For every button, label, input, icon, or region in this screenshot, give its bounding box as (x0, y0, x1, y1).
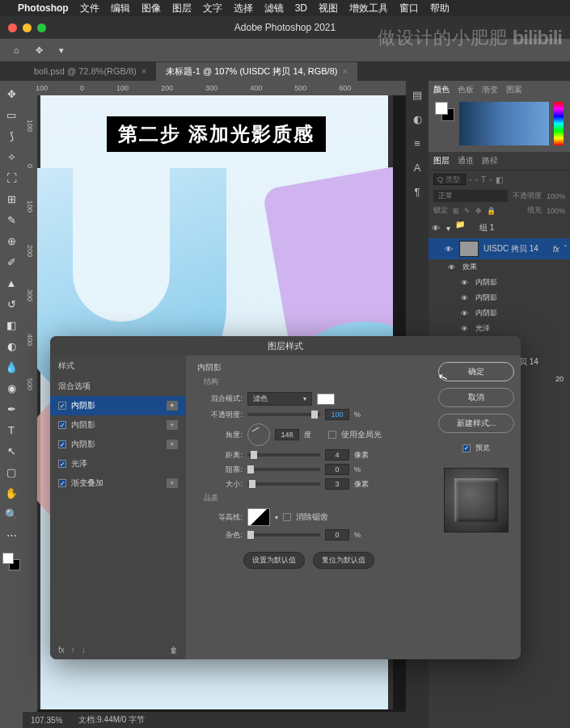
opacity-input[interactable]: 100 (325, 409, 349, 420)
tab-color[interactable]: 颜色 (433, 84, 450, 95)
visibility-icon[interactable]: 👁 (448, 263, 458, 271)
trash-icon[interactable]: 🗑 (170, 646, 178, 654)
pen-tool[interactable]: ✒ (2, 399, 21, 419)
maximize-window-icon[interactable] (37, 23, 46, 32)
hand-tool[interactable]: ✋ (2, 483, 21, 503)
marquee-tool[interactable]: ▭ (2, 105, 21, 124)
up-arrow-icon[interactable]: ↑ (71, 646, 75, 654)
new-style-button[interactable]: 新建样式... (438, 414, 514, 433)
stamp-tool[interactable]: ▲ (2, 273, 21, 292)
size-input[interactable]: 3 (325, 478, 349, 490)
lock-icon[interactable]: ✎ (464, 207, 471, 215)
move-tool-icon[interactable]: ✥ (31, 42, 47, 58)
style-inner-shadow-1[interactable]: ✓内阴影+ (50, 396, 186, 415)
tab-paths[interactable]: 路径 (482, 155, 498, 166)
fx-badge[interactable]: fx (553, 245, 559, 254)
properties-icon[interactable]: ▤ (408, 86, 426, 103)
wand-tool[interactable]: ✧ (2, 147, 21, 166)
fx-menu-icon[interactable]: fx (58, 646, 65, 654)
add-effect-icon[interactable]: + (167, 478, 178, 488)
menu-view[interactable]: 视图 (319, 2, 338, 15)
menu-edit[interactable]: 编辑 (111, 2, 130, 15)
menu-filter[interactable]: 滤镜 (264, 2, 284, 15)
brush-tool[interactable]: ✐ (2, 252, 21, 271)
lasso-tool[interactable]: ⟆ (2, 126, 21, 145)
style-inner-shadow-2[interactable]: ✓内阴影+ (50, 415, 186, 435)
tab-untitled[interactable]: 未标题-1 @ 107% (UISDC 拷贝 14, RGB/8)× (156, 62, 357, 81)
tab-layers[interactable]: 图层 (433, 155, 450, 166)
opacity-value[interactable]: 100% (547, 192, 565, 200)
filter-toggle-icon[interactable]: ◧ (496, 175, 503, 184)
minimize-window-icon[interactable] (23, 23, 32, 32)
fx-item[interactable]: 👁内阴影 (429, 290, 570, 305)
effects-header[interactable]: 👁 效果 (429, 259, 570, 275)
layer-group[interactable]: 👁 ▾ 📁 组 1 (429, 217, 570, 238)
angle-input[interactable]: 148 (275, 429, 299, 440)
doc-info[interactable]: 文档:9.44M/0 字节 (78, 714, 145, 726)
paragraph-icon[interactable]: ¶ (408, 183, 426, 200)
color-swatches[interactable] (2, 553, 20, 570)
noise-slider[interactable] (247, 533, 320, 537)
visibility-icon[interactable]: 👁 (445, 245, 454, 254)
close-tab-icon[interactable]: × (141, 66, 146, 76)
size-slider[interactable] (247, 482, 320, 486)
heal-tool[interactable]: ⊕ (2, 231, 21, 250)
shape-tool[interactable]: ▢ (2, 462, 21, 482)
fill-value[interactable]: 100% (547, 207, 565, 215)
opacity-slider[interactable] (247, 413, 320, 416)
blend-mode-select[interactable]: 滤色 (247, 392, 312, 406)
add-effect-icon[interactable]: + (167, 401, 178, 410)
tab-patterns[interactable]: 图案 (506, 84, 522, 95)
close-window-icon[interactable] (8, 23, 17, 32)
fx-item[interactable]: 👁内阴影 (429, 305, 570, 321)
dodge-tool[interactable]: ◉ (2, 378, 21, 398)
menu-3d[interactable]: 3D (295, 2, 307, 14)
blend-options-item[interactable]: 混合选项 (50, 377, 186, 396)
frame-tool[interactable]: ⊞ (2, 189, 21, 208)
expand-icon[interactable]: ▾ (446, 224, 450, 233)
menu-type[interactable]: 文字 (203, 2, 222, 15)
add-effect-icon[interactable]: + (167, 420, 178, 430)
menu-layer[interactable]: 图层 (172, 2, 192, 15)
blur-tool[interactable]: 💧 (2, 357, 21, 377)
lock-icon[interactable]: 🔒 (487, 207, 496, 215)
edit-toolbar[interactable]: ⋯ (2, 525, 21, 545)
antialias-checkbox[interactable] (283, 513, 291, 521)
preview-checkbox[interactable]: ✓ (462, 444, 471, 452)
tab-channels[interactable]: 通道 (458, 155, 474, 166)
path-tool[interactable]: ↖ (2, 441, 21, 461)
choke-input[interactable]: 0 (325, 464, 349, 475)
fx-expand-icon[interactable]: ˆ (564, 245, 567, 254)
menu-file[interactable]: 文件 (80, 2, 99, 15)
lock-icon[interactable]: ✥ (475, 207, 482, 215)
ok-button[interactable]: 确定 (438, 362, 514, 381)
filter-kind-icon[interactable]: T (481, 175, 486, 184)
crop-tool[interactable]: ⛶ (2, 168, 21, 187)
tab-swatches[interactable]: 色板 (458, 84, 474, 95)
visibility-icon[interactable]: 👁 (432, 224, 441, 233)
layer-row-selected[interactable]: 👁 UISDC 拷贝 14 fx ˆ (429, 238, 570, 259)
filter-kind-icon[interactable]: ▫ (489, 175, 492, 184)
app-menu[interactable]: Photoshop (18, 2, 69, 14)
fg-bg-swatch[interactable] (435, 102, 454, 121)
cancel-button[interactable]: 取消 (438, 388, 514, 407)
distance-input[interactable]: 4 (325, 449, 349, 461)
character-icon[interactable]: A (408, 158, 426, 176)
global-light-checkbox[interactable] (328, 431, 336, 439)
down-arrow-icon[interactable]: ↓ (82, 646, 86, 654)
style-gradient-overlay[interactable]: ✓渐变叠加+ (50, 473, 186, 493)
menu-window[interactable]: 窗口 (399, 2, 419, 15)
layer-filter-input[interactable] (433, 174, 466, 185)
eraser-tool[interactable]: ◧ (2, 315, 21, 335)
type-tool[interactable]: T (2, 420, 21, 440)
options-caret-icon[interactable]: ▾ (53, 42, 70, 58)
style-inner-shadow-3[interactable]: ✓内阴影+ (50, 435, 186, 454)
tab-gradients[interactable]: 渐变 (482, 84, 498, 95)
color-field[interactable] (459, 102, 549, 145)
angle-dial[interactable] (247, 423, 270, 446)
menu-plugins[interactable]: 增效工具 (349, 2, 388, 15)
history-brush-tool[interactable]: ↺ (2, 294, 21, 314)
hue-strip[interactable] (554, 102, 564, 145)
add-effect-icon[interactable]: + (167, 440, 178, 449)
adjustments-icon[interactable]: ◐ (408, 110, 426, 128)
